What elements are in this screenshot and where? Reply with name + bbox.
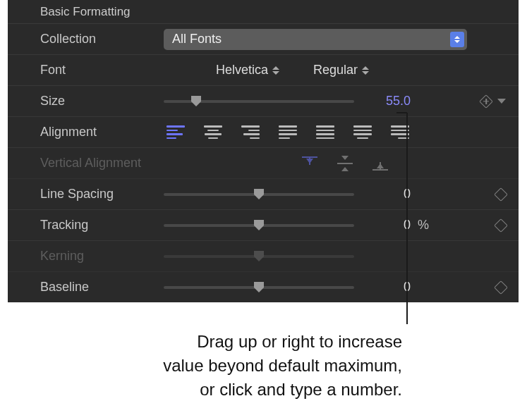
callout-leader-line — [406, 113, 408, 324]
label-baseline: Baseline — [40, 280, 164, 295]
label-line-spacing: Line Spacing — [40, 187, 164, 202]
slider-thumb[interactable] — [253, 218, 265, 231]
font-family-select[interactable]: Helvetica — [213, 63, 282, 78]
row-baseline: Baseline 0 — [8, 272, 519, 302]
label-vertical-alignment: Vertical Alignment — [40, 156, 164, 171]
slider-thumb[interactable] — [253, 187, 265, 200]
valign-top-button — [302, 156, 317, 171]
section-header: Basic Formatting — [8, 0, 519, 24]
row-tracking: Tracking 0 % — [8, 210, 519, 241]
linespacing-slider[interactable] — [164, 187, 354, 202]
align-right-button[interactable] — [241, 125, 260, 140]
collection-value: All Fonts — [172, 32, 222, 47]
align-center-button[interactable] — [204, 125, 222, 140]
slider-thumb[interactable] — [190, 94, 202, 107]
size-slider[interactable] — [164, 94, 354, 109]
slider-thumb — [253, 249, 265, 262]
row-size: Size 55.0 — [8, 86, 519, 117]
font-family-value: Helvetica — [216, 63, 268, 78]
updown-caret-icon — [362, 66, 369, 75]
keyframe-diamond-icon[interactable] — [494, 187, 508, 202]
tracking-value-field[interactable]: 0 — [361, 218, 411, 233]
row-alignment: Alignment — [8, 117, 519, 148]
label-font: Font — [40, 63, 164, 78]
align-justify-center-button[interactable] — [353, 125, 372, 140]
label-alignment: Alignment — [40, 125, 164, 140]
align-justify-button[interactable] — [316, 125, 334, 140]
valign-bottom-button — [372, 156, 388, 171]
size-value-field[interactable]: 55.0 — [361, 94, 411, 109]
font-style-value: Regular — [313, 63, 358, 78]
callout-text: Drag up or right to increase value beyon… — [106, 330, 402, 402]
chevron-down-icon[interactable] — [497, 99, 506, 104]
inspector-panel: Basic Formatting Collection All Fonts Fo… — [8, 0, 519, 302]
valign-middle-button — [337, 156, 353, 171]
font-style-select[interactable]: Regular — [310, 63, 372, 78]
kerning-slider — [164, 249, 354, 264]
baseline-value-field[interactable]: 0 — [361, 280, 411, 295]
callout-leader-line — [396, 112, 407, 113]
baseline-slider[interactable] — [164, 280, 354, 295]
row-vertical-alignment: Vertical Alignment — [8, 148, 519, 179]
collection-select[interactable]: All Fonts — [164, 29, 467, 50]
row-kerning: Kerning — [8, 241, 519, 272]
row-font: Font Helvetica Regular — [8, 55, 519, 86]
tracking-unit: % — [418, 218, 435, 233]
label-size: Size — [40, 94, 164, 109]
align-left-button[interactable] — [166, 125, 185, 140]
keyframe-diamond-icon[interactable] — [494, 280, 508, 295]
row-collection: Collection All Fonts — [8, 24, 519, 55]
updown-caret-icon — [450, 32, 464, 47]
label-kerning: Kerning — [40, 249, 164, 264]
label-tracking: Tracking — [40, 218, 164, 233]
updown-caret-icon — [272, 66, 279, 75]
keyframe-diamond-icon[interactable] — [494, 218, 508, 233]
add-keyframe-icon[interactable] — [480, 96, 492, 107]
row-line-spacing: Line Spacing 0 — [8, 179, 519, 210]
linespacing-value-field[interactable]: 0 — [361, 187, 411, 202]
align-justify-left-button[interactable] — [279, 125, 297, 140]
tracking-slider[interactable] — [164, 218, 354, 233]
label-collection: Collection — [40, 32, 164, 47]
slider-thumb[interactable] — [253, 280, 265, 293]
